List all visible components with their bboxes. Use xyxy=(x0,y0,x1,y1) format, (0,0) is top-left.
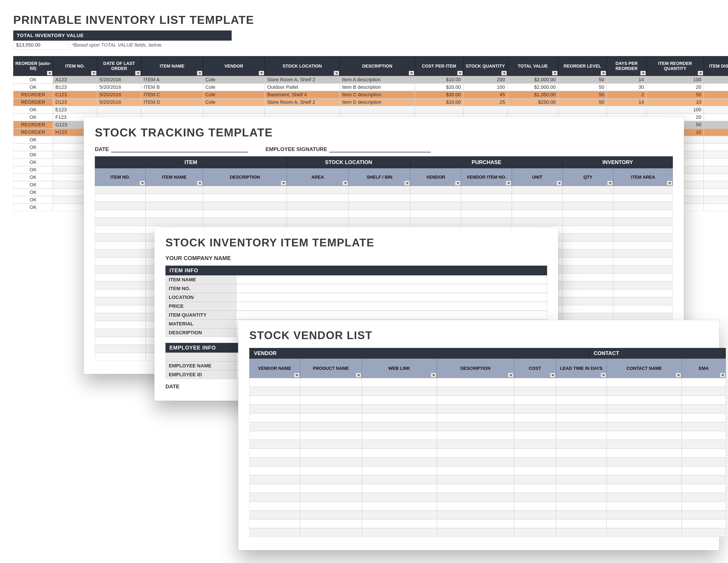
inv-cell[interactable]: 45 xyxy=(463,91,507,98)
vendor-cell[interactable] xyxy=(514,449,556,458)
vendor-cell[interactable] xyxy=(300,396,362,405)
vendor-col-header[interactable]: PRODUCT NAME xyxy=(300,359,362,378)
inv-cell[interactable]: ITEM C xyxy=(141,91,203,98)
vendor-cell[interactable] xyxy=(362,458,437,466)
inv-col-header[interactable]: VENDOR xyxy=(203,56,265,76)
inv-cell[interactable] xyxy=(704,173,728,181)
tracking-cell[interactable] xyxy=(95,313,146,321)
inv-cell[interactable]: Basement, Shelf 4 xyxy=(265,91,340,98)
inv-cell[interactable]: Item D description xyxy=(340,98,415,106)
vendor-cell[interactable] xyxy=(300,519,362,528)
inv-cell[interactable]: OK xyxy=(13,106,53,113)
vendor-cell[interactable] xyxy=(607,405,682,413)
tracking-cell[interactable] xyxy=(563,210,613,218)
vendor-col-header[interactable]: VENDOR NAME xyxy=(249,359,300,378)
tracking-col-header[interactable]: AREA xyxy=(287,168,349,186)
inv-cell[interactable]: ITEM B xyxy=(141,83,203,91)
tracking-cell[interactable] xyxy=(287,194,349,202)
inv-cell[interactable]: 20 xyxy=(646,83,704,91)
tracking-cell[interactable] xyxy=(203,194,287,202)
tracking-cell[interactable] xyxy=(95,226,146,233)
vendor-cell[interactable] xyxy=(300,387,362,396)
tracking-cell[interactable] xyxy=(461,202,512,210)
tracking-cell[interactable] xyxy=(613,289,673,297)
tracking-cell[interactable] xyxy=(287,218,349,226)
inv-cell[interactable]: OK xyxy=(13,113,53,121)
vendor-col-header[interactable]: DESCRIPTION xyxy=(437,359,514,378)
vendor-cell[interactable] xyxy=(437,431,514,440)
inv-col-header[interactable]: REORDER LEVEL xyxy=(558,56,607,76)
vendor-cell[interactable] xyxy=(249,484,300,493)
inv-cell[interactable]: OK xyxy=(13,188,53,196)
inv-cell[interactable] xyxy=(704,98,728,106)
inv-col-header[interactable]: ITEM NAME xyxy=(141,56,203,76)
tracking-cell[interactable] xyxy=(512,194,563,202)
tracking-cell[interactable] xyxy=(613,313,673,321)
vendor-cell[interactable] xyxy=(437,510,514,519)
inv-cell[interactable] xyxy=(704,166,728,173)
tracking-cell[interactable] xyxy=(203,210,287,218)
tracking-signature-field[interactable] xyxy=(329,146,431,152)
tracking-cell[interactable] xyxy=(563,265,613,273)
tracking-cell[interactable] xyxy=(95,329,146,337)
vendor-cell[interactable] xyxy=(556,413,607,422)
inv-cell[interactable]: 14 xyxy=(607,76,646,83)
vendor-cell[interactable] xyxy=(607,449,682,458)
vendor-cell[interactable] xyxy=(607,422,682,431)
inv-cell[interactable] xyxy=(558,106,607,113)
vendor-cell[interactable] xyxy=(437,458,514,466)
inv-cell[interactable] xyxy=(141,106,203,113)
item-field-value[interactable] xyxy=(236,302,547,311)
tracking-cell[interactable] xyxy=(563,289,613,297)
inv-cell[interactable]: E123 xyxy=(53,106,97,113)
item-field-value[interactable] xyxy=(236,293,547,302)
vendor-cell[interactable] xyxy=(556,484,607,493)
inv-cell[interactable] xyxy=(704,188,728,196)
tracking-cell[interactable] xyxy=(95,353,146,361)
tracking-cell[interactable] xyxy=(95,233,146,241)
vendor-cell[interactable] xyxy=(437,378,514,387)
tracking-cell[interactable] xyxy=(349,218,410,226)
tracking-cell[interactable] xyxy=(95,257,146,265)
inv-cell[interactable]: Item B description xyxy=(340,83,415,91)
vendor-col-header[interactable]: EMA xyxy=(682,359,726,378)
inv-cell[interactable]: 14 xyxy=(607,98,646,106)
vendor-cell[interactable] xyxy=(514,510,556,519)
vendor-cell[interactable] xyxy=(682,458,726,466)
inv-col-header[interactable]: COST PER ITEM xyxy=(415,56,463,76)
inv-cell[interactable] xyxy=(704,121,728,128)
vendor-cell[interactable] xyxy=(249,493,300,502)
tracking-cell[interactable] xyxy=(613,233,673,241)
vendor-cell[interactable] xyxy=(249,440,300,449)
vendor-cell[interactable] xyxy=(249,378,300,387)
vendor-cell[interactable] xyxy=(437,484,514,493)
inv-cell[interactable]: $10.00 xyxy=(415,76,463,83)
tracking-cell[interactable] xyxy=(410,210,461,218)
tracking-cell[interactable] xyxy=(95,218,146,226)
vendor-cell[interactable] xyxy=(682,431,726,440)
inv-cell[interactable]: C123 xyxy=(53,91,97,98)
tracking-cell[interactable] xyxy=(95,289,146,297)
tracking-col-header[interactable]: DESCRIPTION xyxy=(203,168,287,186)
vendor-cell[interactable] xyxy=(514,387,556,396)
tracking-cell[interactable] xyxy=(613,249,673,257)
vendor-cell[interactable] xyxy=(514,405,556,413)
vendor-cell[interactable] xyxy=(362,422,437,431)
vendor-cell[interactable] xyxy=(514,502,556,510)
vendor-cell[interactable] xyxy=(682,519,726,528)
vendor-cell[interactable] xyxy=(362,449,437,458)
inv-cell[interactable]: $250.00 xyxy=(507,98,558,106)
vendor-cell[interactable] xyxy=(682,493,726,502)
vendor-cell[interactable] xyxy=(607,528,682,537)
tracking-cell[interactable] xyxy=(563,249,613,257)
inv-cell[interactable]: 100 xyxy=(463,83,507,91)
tracking-cell[interactable] xyxy=(203,218,287,226)
tracking-cell[interactable] xyxy=(613,226,673,233)
inv-cell[interactable]: ITEM A xyxy=(141,76,203,83)
tracking-col-header[interactable]: UNIT xyxy=(512,168,563,186)
inv-cell[interactable]: OK xyxy=(13,173,53,181)
inv-cell[interactable] xyxy=(203,106,265,113)
tracking-cell[interactable] xyxy=(95,297,146,305)
tracking-cell[interactable] xyxy=(563,297,613,305)
tracking-cell[interactable] xyxy=(613,210,673,218)
